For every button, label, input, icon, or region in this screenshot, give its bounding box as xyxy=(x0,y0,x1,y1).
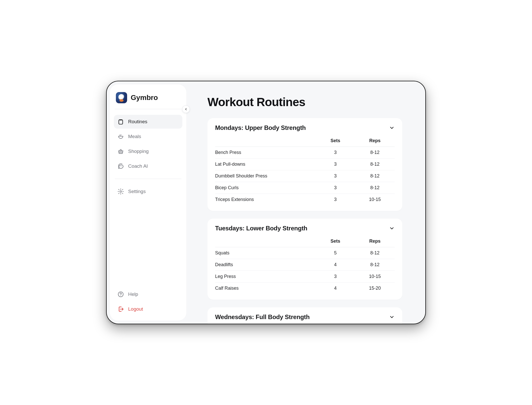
table-row: Lat Pull-downs 3 8-12 xyxy=(215,159,395,170)
sidebar-item-logout[interactable]: Logout xyxy=(114,302,182,316)
exercise-sets: 3 xyxy=(316,194,355,206)
exercise-sets: 4 xyxy=(316,283,355,294)
exercise-name: Lat Pull-downs xyxy=(215,159,316,170)
routine-card-header[interactable]: Tuesdays: Lower Body Strength xyxy=(215,225,395,233)
table-row: Calf Raises 4 15-20 xyxy=(215,283,395,294)
sidebar-item-label: Routines xyxy=(128,119,147,125)
exercise-sets: 5 xyxy=(316,247,355,259)
sidebar-item-label: Shopping xyxy=(128,149,149,154)
clipboard-icon xyxy=(117,118,124,125)
table-row: Leg Press 3 10-15 xyxy=(215,271,395,283)
sidebar-item-label: Help xyxy=(128,291,138,297)
brand-logo xyxy=(116,92,127,103)
routine-card: Wednesdays: Full Body Strength xyxy=(207,307,402,324)
exercise-table: Sets Reps Squats 5 8-12 Deadlifts 4 8-12… xyxy=(215,235,395,294)
exercise-reps: 8-12 xyxy=(355,147,395,159)
exercise-sets: 3 xyxy=(316,182,355,194)
brand: Gymbro xyxy=(114,91,182,103)
sidebar-item-shopping[interactable]: Shopping xyxy=(114,144,182,158)
exercise-reps: 8-12 xyxy=(355,259,395,271)
sidebar-item-label: Coach AI xyxy=(128,163,148,169)
exercise-reps: 15-20 xyxy=(355,283,395,294)
exercise-sets: 3 xyxy=(316,147,355,159)
exercise-sets: 3 xyxy=(316,159,355,170)
table-row: Dumbbell Shoulder Press 3 8-12 xyxy=(215,170,395,182)
exercise-table: Sets Reps Bench Press 3 8-12 Lat Pull-do… xyxy=(215,134,395,205)
chevron-down-icon xyxy=(389,314,395,320)
exercise-reps: 8-12 xyxy=(355,182,395,194)
routine-card: Mondays: Upper Body Strength Sets Reps B… xyxy=(207,118,402,211)
page-title: Workout Routines xyxy=(207,95,402,109)
table-header-sets: Sets xyxy=(316,134,355,147)
brand-name: Gymbro xyxy=(131,94,158,102)
help-icon xyxy=(117,291,124,298)
exercise-name: Bicep Curls xyxy=(215,182,316,194)
exercise-sets: 3 xyxy=(316,170,355,182)
routine-card: Tuesdays: Lower Body Strength Sets Reps … xyxy=(207,219,402,300)
sidebar: Gymbro RoutinesMealsShoppingCoach AI Set… xyxy=(110,84,186,321)
basket-icon xyxy=(117,148,124,155)
table-header-name xyxy=(215,134,316,147)
sidebar-item-coach-ai[interactable]: Coach AI xyxy=(114,159,182,173)
exercise-reps: 8-12 xyxy=(355,247,395,259)
sidebar-item-label: Logout xyxy=(128,306,143,312)
exercise-name: Calf Raises xyxy=(215,283,316,294)
exercise-name: Squats xyxy=(215,247,316,259)
exercise-name: Dumbbell Shoulder Press xyxy=(215,170,316,182)
exercise-reps: 10-15 xyxy=(355,194,395,206)
nav-main: RoutinesMealsShoppingCoach AI xyxy=(114,115,182,173)
main-content: Workout Routines Mondays: Upper Body Str… xyxy=(190,81,425,324)
gear-icon xyxy=(117,188,124,195)
divider xyxy=(115,179,181,179)
table-header-reps: Reps xyxy=(355,134,395,147)
table-row: Bench Press 3 8-12 xyxy=(215,147,395,159)
routine-title: Mondays: Upper Body Strength xyxy=(215,124,306,131)
exercise-name: Triceps Extensions xyxy=(215,194,316,206)
sidebar-item-settings[interactable]: Settings xyxy=(114,185,182,198)
sidebar-item-routines[interactable]: Routines xyxy=(114,115,182,129)
sidebar-item-label: Meals xyxy=(128,134,141,139)
exercise-reps: 8-12 xyxy=(355,170,395,182)
exercise-name: Bench Press xyxy=(215,147,316,159)
table-header-reps: Reps xyxy=(355,235,395,247)
collapse-sidebar-button[interactable] xyxy=(182,105,190,113)
nav-secondary: Settings xyxy=(114,185,182,198)
sidebar-item-help[interactable]: Help xyxy=(114,287,182,301)
table-row: Deadlifts 4 8-12 xyxy=(215,259,395,271)
nav-footer: HelpLogout xyxy=(114,287,182,316)
divider xyxy=(115,109,181,109)
table-row: Triceps Extensions 3 10-15 xyxy=(215,194,395,206)
routines-list: Mondays: Upper Body Strength Sets Reps B… xyxy=(207,118,402,324)
exercise-sets: 3 xyxy=(316,271,355,283)
routine-card-header[interactable]: Wednesdays: Full Body Strength xyxy=(215,313,395,322)
table-row: Squats 5 8-12 xyxy=(215,247,395,259)
table-row: Bicep Curls 3 8-12 xyxy=(215,182,395,194)
chevron-down-icon xyxy=(389,125,395,131)
routine-card-header[interactable]: Mondays: Upper Body Strength xyxy=(215,124,395,133)
table-header-name xyxy=(215,235,316,247)
bowl-icon xyxy=(117,133,124,140)
table-header-sets: Sets xyxy=(316,235,355,247)
sidebar-item-meals[interactable]: Meals xyxy=(114,130,182,143)
logout-icon xyxy=(117,306,124,312)
routine-title: Wednesdays: Full Body Strength xyxy=(215,313,310,321)
exercise-name: Deadlifts xyxy=(215,259,316,271)
exercise-sets: 4 xyxy=(316,259,355,271)
sidebar-item-label: Settings xyxy=(128,189,146,194)
chevron-down-icon xyxy=(389,226,395,231)
chevron-left-icon xyxy=(184,107,188,111)
app-frame: Gymbro RoutinesMealsShoppingCoach AI Set… xyxy=(106,81,426,324)
exercise-reps: 10-15 xyxy=(355,271,395,283)
exercise-name: Leg Press xyxy=(215,271,316,283)
exercise-reps: 8-12 xyxy=(355,159,395,170)
chat-icon xyxy=(117,163,124,170)
routine-title: Tuesdays: Lower Body Strength xyxy=(215,225,307,232)
